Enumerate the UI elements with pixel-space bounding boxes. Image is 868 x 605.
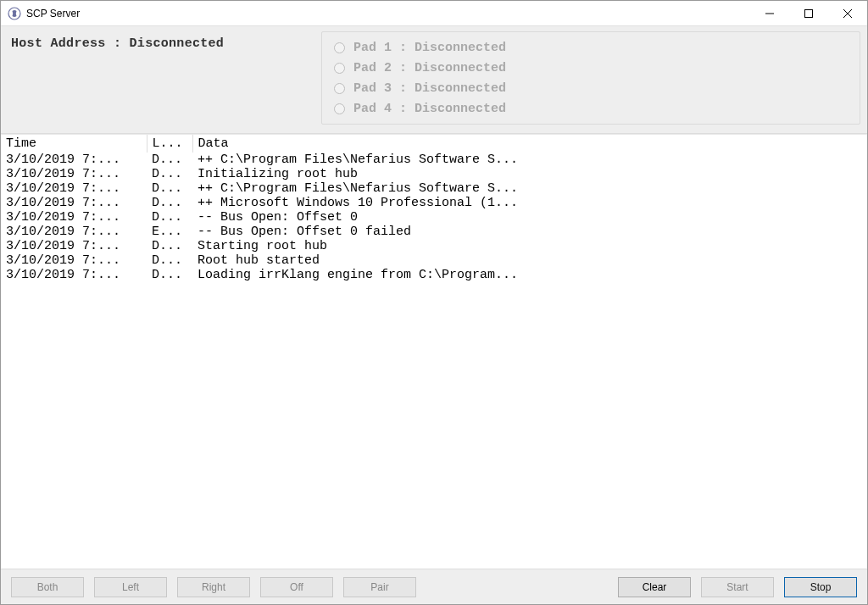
- pair-button[interactable]: Pair: [343, 577, 416, 597]
- log-cell-data: -- Bus Open: Offset 0 failed: [192, 225, 867, 239]
- log-cell-time: 3/10/2019 7:...: [1, 181, 147, 196]
- log-cell-time: 3/10/2019 7:...: [1, 167, 147, 181]
- log-cell-data: Initializing root hub: [192, 167, 867, 181]
- stop-button[interactable]: Stop: [784, 577, 857, 597]
- log-cell-time: 3/10/2019 7:...: [1, 210, 147, 225]
- log-cell-time: 3/10/2019 7:...: [1, 153, 147, 167]
- log-row[interactable]: 3/10/2019 7:...D...Initializing root hub: [1, 167, 867, 181]
- off-button[interactable]: Off: [260, 577, 333, 597]
- left-button[interactable]: Left: [94, 577, 167, 597]
- log-cell-data: Root hub started: [192, 253, 867, 268]
- pad-2-label: Pad 2 : Disconnected: [353, 61, 506, 75]
- pad-3-radio[interactable]: [334, 83, 345, 94]
- log-cell-time: 3/10/2019 7:...: [1, 253, 147, 268]
- pad-1-radio[interactable]: [334, 42, 345, 53]
- start-button[interactable]: Start: [701, 577, 774, 597]
- log-header-data[interactable]: Data: [192, 135, 867, 153]
- app-icon: [8, 7, 21, 20]
- log-cell-time: 3/10/2019 7:...: [1, 196, 147, 210]
- log-cell-time: 3/10/2019 7:...: [1, 268, 147, 282]
- right-button[interactable]: Right: [177, 577, 250, 597]
- log-row[interactable]: 3/10/2019 7:...D...++ C:\Program Files\N…: [1, 181, 867, 196]
- pad-3-row: Pad 3 : Disconnected: [334, 78, 848, 98]
- log-cell-time: 3/10/2019 7:...: [1, 225, 147, 239]
- log-cell-level: D...: [147, 181, 192, 196]
- log-row[interactable]: 3/10/2019 7:...D...Root hub started: [1, 253, 867, 268]
- pad-4-label: Pad 4 : Disconnected: [353, 102, 506, 116]
- clear-button[interactable]: Clear: [618, 577, 691, 597]
- log-row[interactable]: 3/10/2019 7:...D...Starting root hub: [1, 239, 867, 253]
- minimize-button[interactable]: [750, 1, 789, 26]
- app-window: SCP Server Host Address : Disconnected P…: [0, 0, 868, 605]
- log-cell-data: ++ C:\Program Files\Nefarius Software S.…: [192, 181, 867, 196]
- log-row[interactable]: 3/10/2019 7:...D...Loading irrKlang engi…: [1, 268, 867, 282]
- svg-rect-2: [805, 9, 813, 17]
- log-cell-time: 3/10/2019 7:...: [1, 239, 147, 253]
- button-bar: Both Left Right Off Pair Clear Start Sto…: [1, 569, 867, 604]
- host-address: Host Address : Disconnected: [8, 31, 321, 56]
- log-cell-level: D...: [147, 210, 192, 225]
- maximize-button[interactable]: [789, 1, 828, 26]
- log-row[interactable]: 3/10/2019 7:...D...++ Microsoft Windows …: [1, 196, 867, 210]
- log-cell-level: D...: [147, 153, 192, 167]
- log-cell-level: D...: [147, 268, 192, 282]
- log-cell-level: D...: [147, 253, 192, 268]
- log-cell-data: -- Bus Open: Offset 0: [192, 210, 867, 225]
- log-list[interactable]: Time L... Data 3/10/2019 7:...D...++ C:\…: [1, 134, 867, 569]
- host-address-label: Host Address :: [11, 36, 121, 51]
- pad-1-label: Pad 1 : Disconnected: [353, 41, 506, 55]
- close-button[interactable]: [828, 1, 867, 26]
- log-header-row: Time L... Data: [1, 135, 867, 153]
- log-row[interactable]: 3/10/2019 7:...E...-- Bus Open: Offset 0…: [1, 225, 867, 239]
- titlebar: SCP Server: [1, 1, 867, 26]
- window-title: SCP Server: [26, 8, 80, 19]
- log-cell-data: ++ Microsoft Windows 10 Professional (1.…: [192, 196, 867, 210]
- log-row[interactable]: 3/10/2019 7:...D...-- Bus Open: Offset 0: [1, 210, 867, 225]
- log-header-time[interactable]: Time: [1, 135, 147, 153]
- pad-2-radio[interactable]: [334, 63, 345, 74]
- pad-1-row: Pad 1 : Disconnected: [334, 37, 848, 58]
- log-cell-level: D...: [147, 167, 192, 181]
- pad-2-row: Pad 2 : Disconnected: [334, 58, 848, 78]
- status-panel: Host Address : Disconnected Pad 1 : Disc…: [1, 26, 867, 134]
- log-cell-data: ++ C:\Program Files\Nefarius Software S.…: [192, 153, 867, 167]
- log-cell-data: Loading irrKlang engine from C:\Program.…: [192, 268, 867, 282]
- log-cell-level: D...: [147, 196, 192, 210]
- pad-4-radio[interactable]: [334, 103, 345, 114]
- log-header-level[interactable]: L...: [147, 135, 192, 153]
- log-cell-data: Starting root hub: [192, 239, 867, 253]
- host-address-value: Disconnected: [130, 36, 225, 51]
- log-table: Time L... Data 3/10/2019 7:...D...++ C:\…: [1, 135, 867, 282]
- pad-status-group: Pad 1 : Disconnected Pad 2 : Disconnecte…: [321, 31, 860, 125]
- log-cell-level: E...: [147, 225, 192, 239]
- pad-3-label: Pad 3 : Disconnected: [353, 81, 506, 96]
- log-row[interactable]: 3/10/2019 7:...D...++ C:\Program Files\N…: [1, 153, 867, 167]
- log-cell-level: D...: [147, 239, 192, 253]
- pad-4-row: Pad 4 : Disconnected: [334, 98, 848, 119]
- both-button[interactable]: Both: [11, 577, 84, 597]
